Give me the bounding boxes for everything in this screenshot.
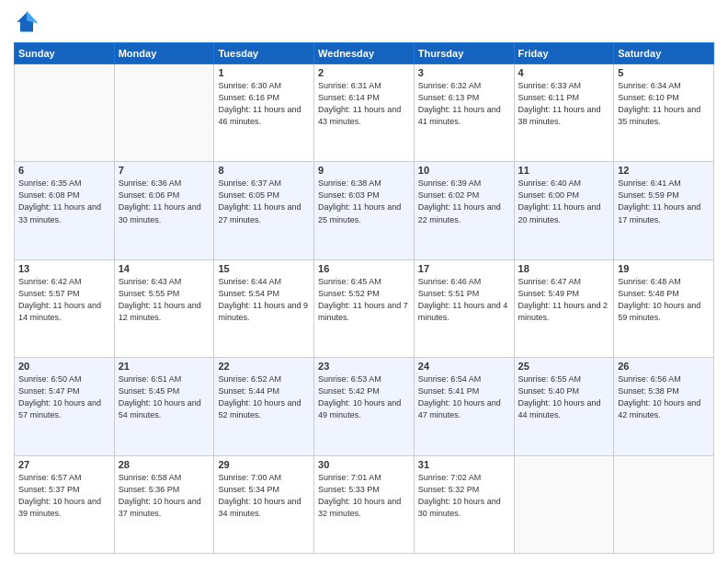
calendar-cell: 13Sunrise: 6:42 AM Sunset: 5:57 PM Dayli… <box>15 259 115 357</box>
calendar-cell: 12Sunrise: 6:41 AM Sunset: 5:59 PM Dayli… <box>614 162 714 259</box>
day-number: 3 <box>418 67 510 78</box>
calendar-cell: 26Sunrise: 6:56 AM Sunset: 5:38 PM Dayli… <box>614 358 714 455</box>
calendar-cell: 15Sunrise: 6:44 AM Sunset: 5:54 PM Dayli… <box>214 259 314 357</box>
calendar-cell: 17Sunrise: 6:46 AM Sunset: 5:51 PM Dayli… <box>414 259 514 357</box>
day-info: Sunrise: 6:58 AM Sunset: 5:36 PM Dayligh… <box>119 472 210 520</box>
calendar-cell <box>114 64 214 162</box>
day-header-saturday: Saturday <box>614 43 714 64</box>
week-row-5: 27Sunrise: 6:57 AM Sunset: 5:37 PM Dayli… <box>15 455 714 553</box>
calendar-cell: 27Sunrise: 6:57 AM Sunset: 5:37 PM Dayli… <box>15 455 115 553</box>
day-number: 27 <box>18 459 110 470</box>
day-number: 30 <box>318 459 410 470</box>
day-number: 1 <box>218 67 310 78</box>
calendar-cell: 11Sunrise: 6:40 AM Sunset: 6:00 PM Dayli… <box>514 162 614 259</box>
day-header-sunday: Sunday <box>15 43 115 64</box>
day-info: Sunrise: 6:43 AM Sunset: 5:55 PM Dayligh… <box>119 276 210 324</box>
calendar-cell: 22Sunrise: 6:52 AM Sunset: 5:44 PM Dayli… <box>214 358 314 455</box>
day-number: 31 <box>418 459 510 470</box>
day-header-wednesday: Wednesday <box>314 43 415 64</box>
calendar-cell: 2Sunrise: 6:31 AM Sunset: 6:14 PM Daylig… <box>314 64 415 162</box>
calendar-cell <box>514 455 614 553</box>
calendar-cell: 1Sunrise: 6:30 AM Sunset: 6:16 PM Daylig… <box>214 64 314 162</box>
day-number: 15 <box>218 263 310 274</box>
day-header-monday: Monday <box>114 43 214 64</box>
day-info: Sunrise: 6:50 AM Sunset: 5:47 PM Dayligh… <box>18 373 110 421</box>
logo-icon <box>14 9 40 35</box>
calendar-cell: 25Sunrise: 6:55 AM Sunset: 5:40 PM Dayli… <box>514 358 614 455</box>
day-info: Sunrise: 6:48 AM Sunset: 5:48 PM Dayligh… <box>618 276 710 324</box>
day-info: Sunrise: 6:34 AM Sunset: 6:10 PM Dayligh… <box>618 80 710 128</box>
calendar-cell: 19Sunrise: 6:48 AM Sunset: 5:48 PM Dayli… <box>614 259 714 357</box>
day-number: 10 <box>418 165 510 176</box>
day-number: 12 <box>618 165 710 176</box>
day-info: Sunrise: 6:40 AM Sunset: 6:00 PM Dayligh… <box>518 178 610 225</box>
day-number: 25 <box>518 361 610 372</box>
day-number: 7 <box>119 165 210 176</box>
day-header-thursday: Thursday <box>414 43 514 64</box>
calendar-cell <box>15 64 115 162</box>
day-number: 8 <box>218 165 310 176</box>
week-row-3: 13Sunrise: 6:42 AM Sunset: 5:57 PM Dayli… <box>15 259 714 357</box>
day-info: Sunrise: 6:52 AM Sunset: 5:44 PM Dayligh… <box>218 373 310 421</box>
day-number: 2 <box>318 67 410 78</box>
day-header-friday: Friday <box>514 43 614 64</box>
day-number: 17 <box>418 263 510 274</box>
day-number: 9 <box>318 165 410 176</box>
calendar-cell: 29Sunrise: 7:00 AM Sunset: 5:34 PM Dayli… <box>214 455 314 553</box>
page: SundayMondayTuesdayWednesdayThursdayFrid… <box>0 0 728 563</box>
calendar-cell: 20Sunrise: 6:50 AM Sunset: 5:47 PM Dayli… <box>15 358 115 455</box>
week-row-4: 20Sunrise: 6:50 AM Sunset: 5:47 PM Dayli… <box>15 358 714 455</box>
day-number: 20 <box>18 361 110 372</box>
day-number: 22 <box>218 361 310 372</box>
day-header-tuesday: Tuesday <box>214 43 314 64</box>
day-info: Sunrise: 6:39 AM Sunset: 6:02 PM Dayligh… <box>418 178 510 225</box>
day-info: Sunrise: 7:02 AM Sunset: 5:32 PM Dayligh… <box>418 472 510 520</box>
calendar-cell: 31Sunrise: 7:02 AM Sunset: 5:32 PM Dayli… <box>414 455 514 553</box>
day-info: Sunrise: 6:57 AM Sunset: 5:37 PM Dayligh… <box>18 472 110 520</box>
day-number: 23 <box>318 361 410 372</box>
day-info: Sunrise: 6:33 AM Sunset: 6:11 PM Dayligh… <box>518 80 610 128</box>
calendar-cell: 16Sunrise: 6:45 AM Sunset: 5:52 PM Dayli… <box>314 259 415 357</box>
day-number: 24 <box>418 361 510 372</box>
day-info: Sunrise: 6:38 AM Sunset: 6:03 PM Dayligh… <box>318 178 410 225</box>
calendar-cell: 21Sunrise: 6:51 AM Sunset: 5:45 PM Dayli… <box>114 358 214 455</box>
logo <box>14 9 43 35</box>
day-number: 11 <box>518 165 610 176</box>
day-number: 19 <box>618 263 710 274</box>
header-row: SundayMondayTuesdayWednesdayThursdayFrid… <box>15 43 714 64</box>
calendar-cell: 14Sunrise: 6:43 AM Sunset: 5:55 PM Dayli… <box>114 259 214 357</box>
calendar-cell: 4Sunrise: 6:33 AM Sunset: 6:11 PM Daylig… <box>514 64 614 162</box>
day-info: Sunrise: 6:55 AM Sunset: 5:40 PM Dayligh… <box>518 373 610 421</box>
calendar-cell: 30Sunrise: 7:01 AM Sunset: 5:33 PM Dayli… <box>314 455 415 553</box>
header <box>14 9 714 35</box>
day-info: Sunrise: 6:37 AM Sunset: 6:05 PM Dayligh… <box>218 178 310 225</box>
day-number: 18 <box>518 263 610 274</box>
week-row-1: 1Sunrise: 6:30 AM Sunset: 6:16 PM Daylig… <box>15 64 714 162</box>
calendar-cell: 5Sunrise: 6:34 AM Sunset: 6:10 PM Daylig… <box>614 64 714 162</box>
day-info: Sunrise: 6:51 AM Sunset: 5:45 PM Dayligh… <box>119 373 210 421</box>
day-number: 14 <box>119 263 210 274</box>
day-info: Sunrise: 7:00 AM Sunset: 5:34 PM Dayligh… <box>218 472 310 520</box>
calendar-cell: 10Sunrise: 6:39 AM Sunset: 6:02 PM Dayli… <box>414 162 514 259</box>
day-info: Sunrise: 6:45 AM Sunset: 5:52 PM Dayligh… <box>318 276 410 324</box>
day-number: 5 <box>618 67 710 78</box>
calendar-cell: 24Sunrise: 6:54 AM Sunset: 5:41 PM Dayli… <box>414 358 514 455</box>
day-info: Sunrise: 6:42 AM Sunset: 5:57 PM Dayligh… <box>18 276 110 324</box>
day-info: Sunrise: 7:01 AM Sunset: 5:33 PM Dayligh… <box>318 472 410 520</box>
day-number: 28 <box>119 459 210 470</box>
day-info: Sunrise: 6:36 AM Sunset: 6:06 PM Dayligh… <box>119 178 210 225</box>
day-number: 21 <box>119 361 210 372</box>
day-number: 4 <box>518 67 610 78</box>
day-info: Sunrise: 6:41 AM Sunset: 5:59 PM Dayligh… <box>618 178 710 225</box>
day-info: Sunrise: 6:54 AM Sunset: 5:41 PM Dayligh… <box>418 373 510 421</box>
day-number: 29 <box>218 459 310 470</box>
day-info: Sunrise: 6:35 AM Sunset: 6:08 PM Dayligh… <box>18 178 110 225</box>
day-info: Sunrise: 6:32 AM Sunset: 6:13 PM Dayligh… <box>418 80 510 128</box>
day-number: 13 <box>18 263 110 274</box>
day-number: 26 <box>618 361 710 372</box>
calendar-cell: 28Sunrise: 6:58 AM Sunset: 5:36 PM Dayli… <box>114 455 214 553</box>
day-info: Sunrise: 6:30 AM Sunset: 6:16 PM Dayligh… <box>218 80 310 128</box>
day-info: Sunrise: 6:44 AM Sunset: 5:54 PM Dayligh… <box>218 276 310 324</box>
calendar-cell: 8Sunrise: 6:37 AM Sunset: 6:05 PM Daylig… <box>214 162 314 259</box>
week-row-2: 6Sunrise: 6:35 AM Sunset: 6:08 PM Daylig… <box>15 162 714 259</box>
